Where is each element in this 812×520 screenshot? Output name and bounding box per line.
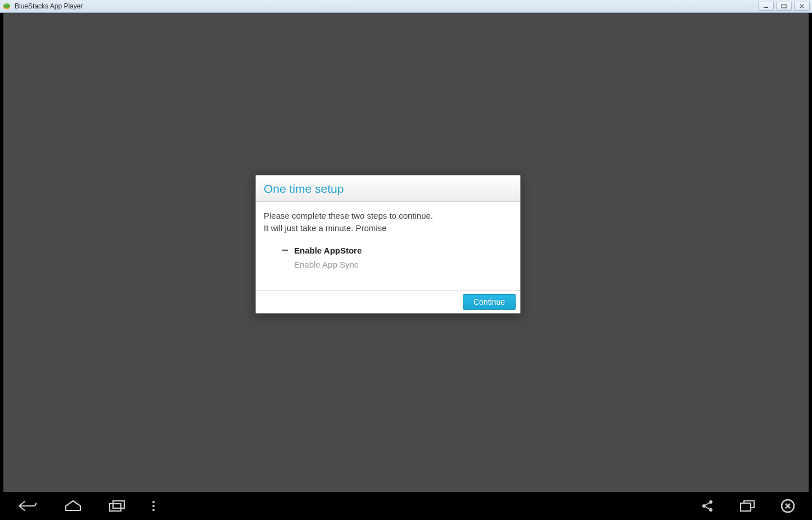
step-pending-label: Enable App Sync — [281, 259, 358, 271]
svg-point-12 — [702, 504, 706, 508]
svg-rect-4 — [782, 4, 786, 8]
dialog-header: One time setup — [256, 175, 520, 202]
fullscreen-button[interactable] — [739, 500, 755, 512]
svg-rect-7 — [113, 501, 124, 508]
dialog-footer: Continue — [256, 290, 520, 313]
window-controls — [758, 2, 810, 11]
share-button[interactable] — [701, 499, 714, 513]
close-app-button[interactable] — [781, 499, 795, 513]
dialog-title: One time setup — [264, 182, 512, 196]
step-current: Enable AppStore — [281, 245, 512, 257]
bottom-nav — [0, 492, 812, 520]
svg-point-11 — [709, 500, 712, 504]
recent-apps-button[interactable] — [108, 499, 126, 513]
app-icon — [2, 2, 11, 11]
app-body: One time setup Please complete these two… — [0, 13, 812, 520]
svg-point-10 — [152, 509, 155, 511]
back-button[interactable] — [17, 499, 38, 513]
svg-rect-14 — [741, 503, 751, 511]
svg-point-2 — [3, 4, 10, 8]
svg-rect-3 — [764, 7, 768, 8]
minimize-button[interactable] — [758, 2, 774, 11]
svg-point-9 — [152, 505, 155, 507]
dialog-body: Please complete these two steps to conti… — [256, 202, 520, 290]
continue-button[interactable]: Continue — [463, 294, 516, 310]
svg-rect-5 — [282, 250, 288, 251]
setup-dialog: One time setup Please complete these two… — [255, 175, 521, 314]
titlebar: BlueStacks App Player — [0, 0, 812, 13]
home-button[interactable] — [64, 499, 83, 513]
svg-point-13 — [709, 508, 712, 512]
svg-point-8 — [152, 501, 155, 503]
svg-rect-6 — [110, 504, 121, 511]
setup-steps: Enable AppStore Enable App Sync — [264, 245, 512, 272]
content-area: One time setup Please complete these two… — [3, 13, 809, 492]
close-button[interactable] — [794, 2, 810, 11]
step-pending: Enable App Sync — [281, 259, 512, 271]
window-title: BlueStacks App Player — [15, 2, 758, 10]
maximize-button[interactable] — [776, 2, 792, 11]
menu-button[interactable] — [151, 499, 156, 513]
minus-icon — [281, 247, 290, 254]
dialog-message-line1: Please complete these two steps to conti… — [264, 210, 512, 222]
step-current-label: Enable AppStore — [294, 245, 362, 257]
dialog-message-line2: It will just take a minute. Promise — [264, 222, 512, 234]
